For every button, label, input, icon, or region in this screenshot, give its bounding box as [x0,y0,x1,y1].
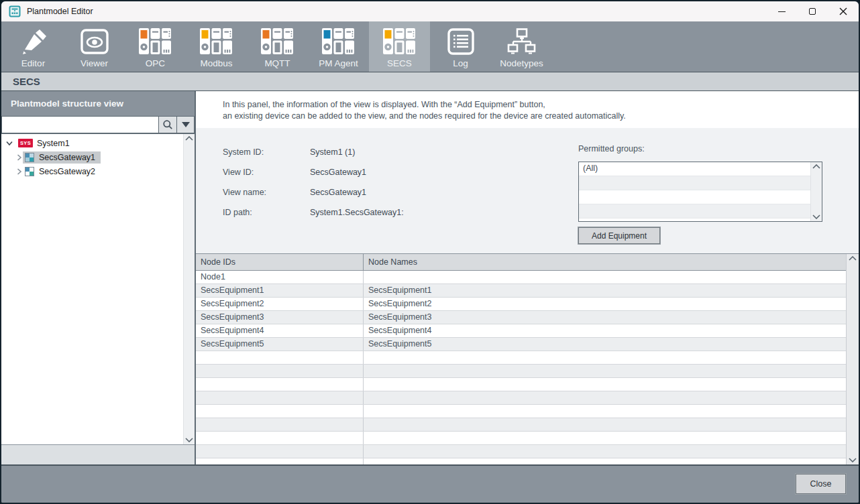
table-row[interactable]: Node1 [196,271,846,284]
view-id-value: SecsGateway1 [310,168,366,177]
view-name-label: View name: [223,188,266,197]
table-empty-row[interactable] [196,378,846,391]
table-empty-row[interactable] [196,391,846,405]
device-icon [199,27,234,56]
minimize-button[interactable] [766,1,797,21]
cell-node-id: SecsEquipment3 [196,311,364,324]
footer-bar: Close [1,464,859,503]
table-empty-row[interactable] [196,445,846,458]
search-icon [162,119,173,130]
table-row[interactable]: SecsEquipment2SecsEquipment2 [196,298,846,311]
add-equipment-button[interactable]: Add Equipment [578,227,660,244]
system-id-value: System1 (1) [310,147,355,157]
info-description: In this panel, the information of the vi… [196,91,859,128]
nodetypes-icon [506,27,538,56]
toolbar-item-modbus[interactable]: Modbus [186,21,247,72]
table-empty-row[interactable] [196,458,846,464]
table-row[interactable]: SecsEquipment1SecsEquipment1 [196,284,846,298]
table-empty-row[interactable] [196,432,846,445]
scroll-up-icon[interactable] [185,136,193,141]
table-empty-row[interactable] [196,351,846,365]
sys-badge-icon: SYS [18,139,33,147]
maximize-button[interactable] [797,1,828,21]
scroll-down-icon[interactable] [849,458,857,462]
chevron-expanded-icon[interactable] [5,140,13,146]
scroll-up-icon[interactable] [849,256,857,261]
scroll-down-icon[interactable] [185,438,193,442]
table-empty-row[interactable] [196,365,846,378]
toolbar-item-mqtt[interactable]: MQTT [247,21,308,72]
table-row[interactable]: SecsEquipment4SecsEquipment4 [196,324,846,338]
listbox-scrollbar[interactable] [810,162,822,221]
search-row [1,116,195,134]
tree-item-label: SecsGateway1 [39,153,95,162]
search-button[interactable] [158,116,176,133]
toolbar-label: MQTT [264,58,290,68]
tree-item-selection: SecsGateway2 [23,166,101,178]
filter-dropdown-button[interactable] [176,116,195,133]
table-header-row: Node IDs Node Names [196,254,846,271]
app-icon [9,5,21,17]
close-window-button[interactable] [828,1,859,21]
chevron-collapsed-icon[interactable] [15,168,23,175]
view-id-label: View ID: [223,168,254,177]
section-bar: SECS [1,72,859,90]
system-id-label: System ID: [223,147,264,157]
device-icon [382,27,417,56]
tree-item-secsgateway2[interactable]: SecsGateway2 [1,164,195,178]
permitted-groups-listbox[interactable]: (All) [578,162,822,222]
horizontal-scrollbar-strip[interactable] [1,444,195,464]
main-toolbar: Editor Viewer [1,21,859,72]
column-header-node-ids[interactable]: Node IDs [196,254,364,270]
table-row[interactable]: SecsEquipment3SecsEquipment3 [196,311,846,324]
toolbar-item-log[interactable]: Log [430,21,491,72]
tree-area: SYS System1 SecsGateway1 [1,134,195,444]
permitted-groups-label: Permitted groups: [578,144,645,153]
table-empty-row[interactable] [196,405,846,418]
toolbar-item-viewer[interactable]: Viewer [64,21,125,72]
listbox-empty-row[interactable] [579,204,810,218]
view-form: System ID: System1 (1) View ID: SecsGate… [196,128,859,253]
info-description-line2: an existing device can be added to the v… [223,111,859,122]
id-path-value: System1.SecsGateway1: [310,208,404,217]
info-description-line1: In this panel, the information of the vi… [223,99,859,111]
search-input[interactable] [1,116,158,133]
toolbar-item-pm-agent[interactable]: PM Agent [308,21,369,72]
toolbar-item-opc[interactable]: OPC [125,21,186,72]
title-bar: Plantmodel Editor [1,1,859,21]
id-path-label: ID path: [223,208,252,217]
plantmodel-editor-window: Plantmodel Editor Editor [0,0,860,504]
pencil-icon [19,27,48,56]
plantmodel-structure-panel: Plantmodel structure view [1,91,196,464]
tree-item-secsgateway1[interactable]: SecsGateway1 [1,150,195,164]
column-header-node-names[interactable]: Node Names [364,254,846,270]
close-button[interactable]: Close [796,474,846,494]
table-scrollbar[interactable] [846,254,859,464]
table-row[interactable]: SecsEquipment5SecsEquipment5 [196,338,846,351]
view-name-value: SecsGateway1 [310,188,366,197]
chevron-collapsed-icon[interactable] [15,154,23,161]
scroll-down-icon[interactable] [812,214,820,219]
scroll-up-icon[interactable] [812,164,820,169]
cell-node-id: SecsEquipment2 [196,298,364,310]
toolbar-item-editor[interactable]: Editor [3,21,64,72]
cell-node-id: SecsEquipment5 [196,338,364,351]
table-empty-row[interactable] [196,418,846,432]
toolbar-item-secs[interactable]: SECS [369,21,430,72]
listbox-option-all[interactable]: (All) [579,162,810,176]
log-icon [447,27,475,56]
structure-view-header: Plantmodel structure view [1,91,195,116]
listbox-empty-row[interactable] [579,176,810,190]
window-title: Plantmodel Editor [27,7,93,16]
tree-item-system1[interactable]: SYS System1 [1,136,195,150]
eye-icon [80,27,109,56]
gateway-icon [25,167,34,176]
toolbar-label: Editor [21,58,45,68]
listbox-empty-row[interactable] [579,190,810,204]
toolbar-item-nodetypes[interactable]: Nodetypes [491,21,552,72]
cell-node-name: SecsEquipment1 [364,284,846,297]
cell-node-id: SecsEquipment4 [196,324,364,337]
device-icon [260,27,295,56]
tree-scrollbar[interactable] [183,134,195,444]
close-icon [839,7,847,15]
